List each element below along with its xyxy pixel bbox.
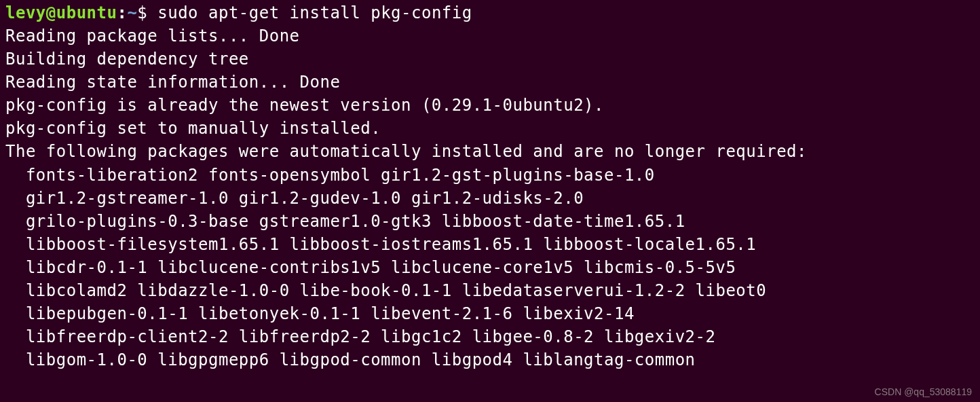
- watermark-text: CSDN @qq_53088119: [875, 386, 972, 399]
- output-line: libcdr-0.1-1 libclucene-contribs1v5 libc…: [5, 256, 975, 279]
- prompt-colon: :: [117, 3, 127, 22]
- output-line: pkg-config set to manually installed.: [5, 117, 975, 140]
- output-line: libfreerdp-client2-2 libfreerdp2-2 libgc…: [5, 325, 975, 348]
- output-line: grilo-plugins-0.3-base gstreamer1.0-gtk3…: [5, 210, 975, 233]
- output-line: Reading package lists... Done: [5, 24, 975, 48]
- prompt-dollar: $: [137, 3, 157, 22]
- command-text: sudo apt-get install pkg-config: [157, 3, 472, 22]
- output-line: fonts-liberation2 fonts-opensymbol gir1.…: [5, 164, 975, 187]
- output-line: libgom-1.0-0 libgpgmepp6 libgpod-common …: [5, 348, 975, 371]
- output-line: libboost-filesystem1.65.1 libboost-iostr…: [5, 233, 975, 256]
- prompt-path: ~: [127, 3, 137, 22]
- output-line: pkg-config is already the newest version…: [5, 94, 975, 117]
- output-line: Reading state information... Done: [5, 71, 975, 94]
- output-line: The following packages were automaticall…: [5, 140, 975, 163]
- output-line: Building dependency tree: [5, 48, 975, 71]
- output-line: libcolamd2 libdazzle-1.0-0 libe-book-0.1…: [5, 279, 975, 302]
- output-line: libepubgen-0.1-1 libetonyek-0.1-1 libeve…: [5, 302, 975, 325]
- prompt-user-host: levy@ubuntu: [5, 3, 117, 22]
- prompt-line: levy@ubuntu:~$ sudo apt-get install pkg-…: [5, 1, 975, 24]
- output-line: gir1.2-gstreamer-1.0 gir1.2-gudev-1.0 gi…: [5, 187, 975, 210]
- terminal-content[interactable]: levy@ubuntu:~$ sudo apt-get install pkg-…: [5, 1, 975, 371]
